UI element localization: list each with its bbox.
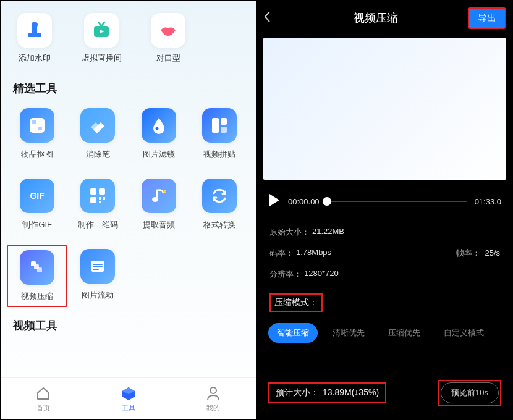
svg-rect-13 (90, 197, 96, 203)
info-original-size: 原始大小： 21.22MB (269, 222, 500, 243)
video-compress-screen: 视频压缩 导出 00:00.00 01:33.0 原始大小： 21.22MB 码… (256, 0, 513, 420)
eraser-icon (80, 108, 115, 143)
audio-icon (142, 178, 176, 213)
mode-tab-1[interactable]: 清晰优先 (324, 323, 373, 343)
bottom-row: 预计大小： 13.89M(↓35%) 预览前10s (257, 370, 512, 419)
top-tool-label: 虚拟直播间 (82, 52, 122, 64)
top-tool-label: 对口型 (156, 52, 180, 64)
svg-rect-6 (38, 127, 42, 130)
tools-icon (120, 385, 137, 402)
profile-icon (205, 385, 222, 402)
bitrate-label: 码率： (269, 248, 294, 259)
tool-item-audio[interactable]: 提取音频 (129, 175, 189, 234)
nav-label: 我的 (206, 403, 220, 413)
tool-item-qr[interactable]: 制作二维码 (67, 175, 128, 234)
compress-mode-label: 压缩模式： (269, 293, 323, 312)
fps-label: 帧率： (456, 248, 480, 258)
svg-rect-9 (221, 118, 227, 125)
stamp-icon (17, 13, 52, 48)
mode-tab-2[interactable]: 压缩优先 (379, 323, 429, 343)
tool-label: 提取音频 (143, 219, 175, 230)
home-icon (35, 385, 52, 402)
tool-item-compress[interactable]: 视频压缩 (7, 245, 67, 307)
fps-value: 25/s (485, 248, 500, 258)
drop-icon (142, 108, 176, 143)
bitrate-value: 1.78Mbps (296, 248, 331, 259)
tool-item-drop[interactable]: 图片滤镜 (129, 104, 189, 164)
info-resolution: 分辨率： 1280*720 (269, 264, 500, 285)
section-title-video: 视频工具 (1, 307, 256, 342)
lips-icon (151, 13, 185, 48)
preview-button-wrap: 预览前10s (438, 380, 501, 406)
export-button[interactable]: 导出 (468, 7, 506, 29)
top-tool-0[interactable]: 添加水印 (7, 13, 62, 64)
original-size-label: 原始大小： (269, 227, 310, 238)
tool-label: 物品抠图 (21, 149, 53, 160)
svg-rect-15 (103, 197, 105, 200)
convert-icon (202, 178, 237, 213)
play-button[interactable] (268, 193, 281, 209)
preview-button[interactable]: 预览前10s (441, 382, 499, 403)
tool-item-gif[interactable]: GIF制作GIF (7, 175, 67, 234)
tool-item-eraser[interactable]: 消除笔 (67, 104, 128, 164)
mode-label-row: 压缩模式： (257, 288, 512, 314)
progress-slider[interactable] (327, 201, 467, 202)
top-tools-row: 添加水印虚拟直播间对口型 (1, 1, 256, 70)
cutout-icon (20, 108, 54, 143)
svg-rect-5 (32, 120, 36, 124)
svg-point-2 (32, 22, 38, 28)
nav-tools[interactable]: 工具 (86, 378, 171, 419)
svg-rect-11 (90, 188, 96, 195)
qr-icon (80, 178, 115, 213)
progress-thumb[interactable] (323, 197, 331, 206)
nav-home[interactable]: 首页 (1, 378, 86, 419)
resolution-label: 分辨率： (269, 269, 302, 280)
bottom-nav: 首页工具我的 (1, 377, 256, 419)
top-tool-2[interactable]: 对口型 (140, 13, 196, 64)
mode-tab-0[interactable]: 智能压缩 (268, 323, 318, 343)
tool-label: 视频压缩 (21, 291, 53, 302)
player-controls: 00:00.00 01:33.0 (257, 182, 512, 218)
section-title-featured: 精选工具 (1, 70, 256, 104)
svg-rect-10 (221, 127, 227, 133)
page-title: 视频压缩 (283, 10, 468, 25)
svg-point-7 (155, 127, 158, 130)
mode-tab-3[interactable]: 自定义模式 (435, 323, 493, 343)
collage-icon (202, 108, 237, 143)
nav-label: 工具 (122, 403, 135, 413)
svg-rect-4 (30, 118, 45, 133)
svg-rect-16 (99, 201, 101, 203)
resolution-value: 1280*720 (304, 269, 339, 280)
svg-point-17 (152, 197, 158, 202)
tool-item-collage[interactable]: 视频拼贴 (189, 104, 250, 164)
tv-icon (84, 13, 119, 48)
tool-label: 制作二维码 (78, 219, 118, 230)
featured-tools-grid: 物品抠图消除笔图片滤镜视频拼贴GIF制作GIF制作二维码提取音频格式转换视频压缩… (1, 104, 256, 307)
info-bitrate-fps: 码率： 1.78Mbps 帧率： 25/s (269, 243, 500, 264)
tool-label: 消除笔 (86, 149, 110, 160)
svg-rect-12 (99, 188, 105, 195)
nav-profile[interactable]: 我的 (171, 378, 256, 419)
back-button[interactable] (263, 10, 283, 26)
nav-label: 首页 (36, 403, 50, 413)
tool-label: 视频拼贴 (203, 149, 235, 160)
svg-rect-20 (37, 267, 42, 272)
original-size-value: 21.22MB (312, 227, 344, 238)
flow-icon (80, 249, 115, 284)
svg-rect-14 (99, 197, 101, 200)
tool-item-convert[interactable]: 格式转换 (189, 175, 250, 234)
video-info: 原始大小： 21.22MB 码率： 1.78Mbps 帧率： 25/s 分辨率：… (257, 218, 512, 288)
compress-icon (20, 250, 54, 285)
tools-screen: 添加水印虚拟直播间对口型 精选工具 物品抠图消除笔图片滤镜视频拼贴GIF制作GI… (0, 0, 256, 420)
estimate-label: 预计大小： (276, 387, 319, 398)
tool-label: 制作GIF (22, 219, 52, 230)
tool-label: 图片滤镜 (143, 149, 175, 160)
top-tool-1[interactable]: 虚拟直播间 (74, 13, 129, 64)
tool-item-cutout[interactable]: 物品抠图 (7, 104, 67, 164)
tool-label: 格式转换 (203, 219, 235, 230)
mode-tabs: 智能压缩清晰优先压缩优先自定义模式 (257, 314, 512, 351)
estimate-value: 13.89M(↓35%) (323, 387, 379, 398)
total-time: 01:33.0 (475, 197, 501, 206)
tool-item-flow[interactable]: 图片流动 (67, 245, 128, 307)
video-preview[interactable] (263, 38, 506, 180)
